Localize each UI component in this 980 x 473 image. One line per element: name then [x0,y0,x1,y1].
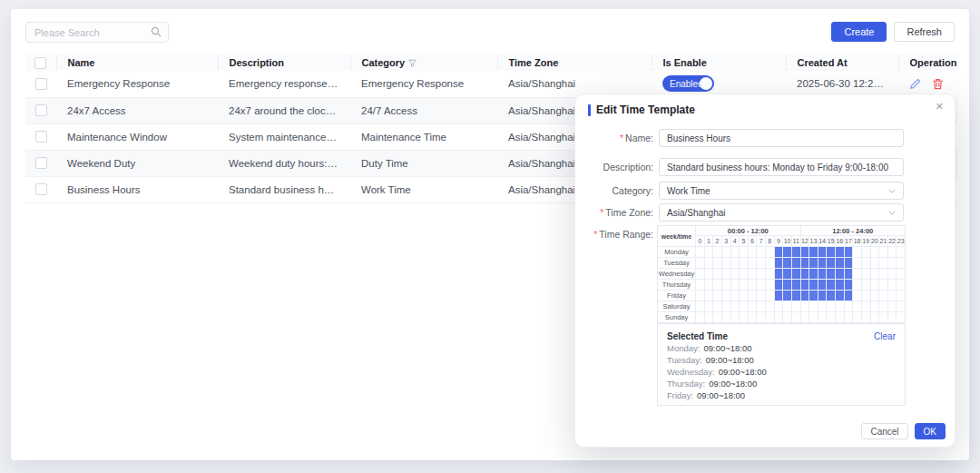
grid-cell[interactable] [871,269,880,280]
grid-cell[interactable] [775,280,784,291]
grid-cell[interactable] [705,258,714,269]
grid-cell[interactable] [705,247,714,258]
grid-cell[interactable] [862,269,871,280]
grid-cell[interactable] [766,247,775,258]
grid-cell[interactable] [740,258,749,269]
grid-cell[interactable] [713,280,722,291]
grid-cell[interactable] [749,291,758,301]
grid-cell[interactable] [783,312,792,323]
grid-cell[interactable] [713,269,722,280]
time-zone-select[interactable]: Asia/Shanghai [659,203,904,222]
grid-cell[interactable] [783,301,792,312]
grid-cell[interactable] [766,269,775,280]
description-input[interactable] [659,158,904,176]
grid-cell[interactable] [879,258,888,269]
grid-cell[interactable] [862,291,871,301]
grid-cell[interactable] [696,280,705,291]
grid-cell[interactable] [801,312,810,323]
grid-cell[interactable] [783,291,792,301]
refresh-button[interactable]: Refresh [894,22,955,42]
select-all-checkbox[interactable] [34,57,46,69]
grid-cell[interactable] [879,301,888,312]
grid-cell[interactable] [757,301,766,312]
grid-cell[interactable] [792,280,801,291]
grid-cell[interactable] [862,247,871,258]
grid-cell[interactable] [749,247,758,258]
grid-cell[interactable] [897,312,905,323]
ok-button[interactable]: OK [915,423,946,439]
grid-cell[interactable] [845,269,854,280]
grid-cell[interactable] [757,258,766,269]
grid-cell[interactable] [845,291,854,301]
grid-cell[interactable] [827,301,836,312]
grid-cell[interactable] [713,301,722,312]
grid-cell[interactable] [809,258,818,269]
filter-icon[interactable] [408,59,416,67]
category-select[interactable]: Work Time [659,182,904,200]
row-checkbox[interactable] [35,131,47,143]
grid-cell[interactable] [740,269,749,280]
grid-cell[interactable] [696,291,705,301]
grid-cell[interactable] [731,247,740,258]
row-checkbox[interactable] [35,157,47,169]
grid-cell[interactable] [783,258,792,269]
grid-cell[interactable] [845,312,854,323]
grid-cell[interactable] [801,247,810,258]
grid-cell[interactable] [783,280,792,291]
grid-cell[interactable] [757,312,766,323]
grid-cell[interactable] [731,269,740,280]
grid-cell[interactable] [731,280,740,291]
grid-cell[interactable] [696,312,705,323]
row-checkbox[interactable] [35,104,47,116]
grid-cell[interactable] [853,291,862,301]
grid-cell[interactable] [871,301,880,312]
grid-cell[interactable] [888,312,897,323]
delete-icon[interactable] [932,78,944,90]
grid-cell[interactable] [766,312,775,323]
grid-cell[interactable] [749,269,758,280]
grid-cell[interactable] [722,269,731,280]
grid-cell[interactable] [783,269,792,280]
grid-cell[interactable] [766,280,775,291]
grid-cell[interactable] [731,258,740,269]
grid-cell[interactable] [897,247,905,258]
grid-cell[interactable] [836,291,845,301]
grid-cell[interactable] [749,312,758,323]
grid-cell[interactable] [722,247,731,258]
grid-cell[interactable] [696,301,705,312]
cancel-button[interactable]: Cancel [861,423,907,439]
grid-cell[interactable] [757,280,766,291]
grid-cell[interactable] [713,247,722,258]
grid-cell[interactable] [775,247,784,258]
grid-cell[interactable] [713,312,722,323]
row-checkbox[interactable] [35,183,47,195]
grid-cell[interactable] [818,291,828,301]
grid-cell[interactable] [862,312,871,323]
grid-cell[interactable] [818,258,828,269]
grid-cell[interactable] [836,247,845,258]
grid-cell[interactable] [836,301,845,312]
grid-cell[interactable] [836,280,845,291]
grid-cell[interactable] [766,291,775,301]
grid-cell[interactable] [722,258,731,269]
grid-cell[interactable] [836,312,845,323]
grid-cell[interactable] [775,312,784,323]
grid-cell[interactable] [853,301,862,312]
grid-cell[interactable] [888,291,897,301]
grid-cell[interactable] [888,301,897,312]
grid-cell[interactable] [809,291,818,301]
grid-cell[interactable] [801,280,810,291]
grid-cell[interactable] [845,258,854,269]
grid-cell[interactable] [775,301,784,312]
grid-cell[interactable] [871,291,880,301]
search-input[interactable] [25,22,169,43]
grid-cell[interactable] [871,280,880,291]
grid-cell[interactable] [897,280,905,291]
grid-cell[interactable] [705,280,714,291]
edit-icon[interactable] [909,78,921,90]
grid-cell[interactable] [801,301,810,312]
grid-cell[interactable] [879,280,888,291]
grid-cell[interactable] [705,291,714,301]
grid-cell[interactable] [731,312,740,323]
grid-cell[interactable] [757,291,766,301]
